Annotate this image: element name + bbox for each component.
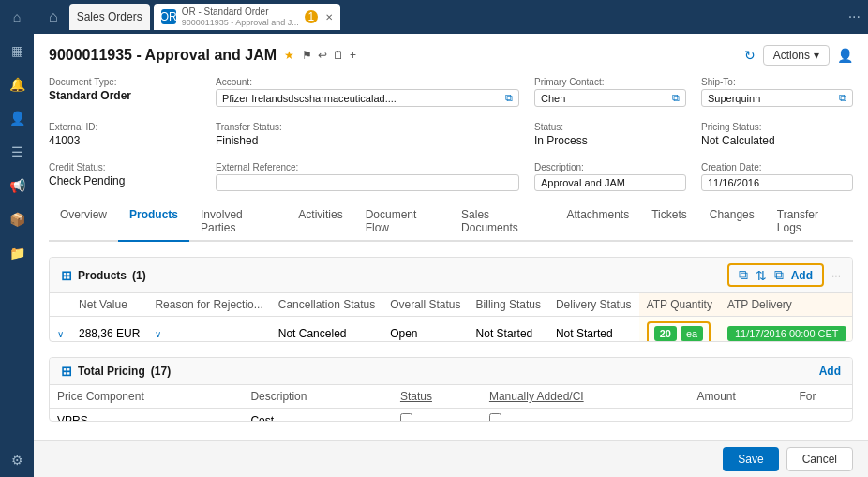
col-description[interactable]: Description <box>243 385 393 409</box>
row-overall: Open <box>382 317 468 343</box>
ship-to-copy-icon[interactable]: ⧉ <box>839 92 846 104</box>
tab-activities[interactable]: Activities <box>287 202 353 242</box>
primary-contact-field: Primary Contact: ⧉ <box>534 77 686 107</box>
col-status[interactable]: Status <box>393 385 482 409</box>
status-checkbox-1[interactable] <box>400 413 412 422</box>
pricing-row-1: VPRS Cost <box>50 409 852 422</box>
document-type-value: Standard Order <box>49 89 201 102</box>
manually-checkbox-1[interactable] <box>489 413 501 422</box>
ship-to-label: Ship-To: <box>701 77 853 87</box>
ship-to-input[interactable] <box>708 93 839 104</box>
sales-orders-tab[interactable]: Sales Orders <box>69 4 150 30</box>
tab-products[interactable]: Products <box>118 202 189 242</box>
col-for[interactable]: For <box>791 385 852 409</box>
sales-orders-tab-label: Sales Orders <box>77 10 142 23</box>
person-icon[interactable]: 👤 <box>837 48 853 63</box>
description-input[interactable] <box>541 177 680 188</box>
external-ref-input[interactable] <box>222 177 513 188</box>
sidebar-box-icon[interactable]: 📦 <box>7 210 26 229</box>
tab-tickets[interactable]: Tickets <box>640 202 698 242</box>
products-title: Products <box>78 269 127 282</box>
pricing-count: (17) <box>151 365 171 378</box>
description-label: Description: <box>534 162 686 172</box>
tab-changes[interactable]: Changes <box>698 202 766 242</box>
external-id-field: External ID: 41003 <box>49 122 201 147</box>
col-overall[interactable]: Overall Status <box>382 293 468 317</box>
refresh-action-icon[interactable]: ⇅ <box>756 268 767 283</box>
sidebar-bell-icon[interactable]: 🔔 <box>7 75 26 94</box>
export-action-icon[interactable]: ⧉ <box>774 267 784 283</box>
products-table: Net Value Reason for Rejectio... Cancell… <box>50 293 852 342</box>
actions-button[interactable]: Actions ▾ <box>763 45 830 66</box>
col-billing[interactable]: Billing Status <box>469 293 548 317</box>
content-area: 9000011935 - Approval and JAM ★ ⚑ ↩ 🗒 + … <box>34 34 868 440</box>
status-field: Status: In Process <box>534 122 686 147</box>
atp-delivery-date: 11/17/2016 00:00 CET <box>727 326 846 341</box>
col-cancellation[interactable]: Cancellation Status <box>271 293 382 317</box>
creation-date-input[interactable] <box>708 177 846 188</box>
sidebar-gear-icon[interactable]: ⚙ <box>7 451 26 470</box>
pricing-table: Price Component Description Status Manua… <box>50 385 852 422</box>
col-amount[interactable]: Amount <box>690 385 792 409</box>
col-manually-added[interactable]: Manually Added/CI <box>482 385 690 409</box>
add-pricing-button[interactable]: Add <box>819 365 841 378</box>
document-type-field: Document Type: Standard Order <box>49 77 201 107</box>
sidebar-megaphone-icon[interactable]: 📢 <box>7 176 26 195</box>
refresh-icon[interactable]: ↻ <box>744 48 756 63</box>
products-section-icon: ⊞ <box>61 268 72 283</box>
standard-order-tab[interactable]: OR OR - Standard Order 9000011935 - Appr… <box>154 4 340 30</box>
row-atp-qty: 20 ea <box>639 317 720 343</box>
sidebar-user-icon[interactable]: 👤 <box>7 109 26 127</box>
account-label: Account: <box>216 77 519 87</box>
tab-transfer-logs[interactable]: Transfer Logs <box>766 202 853 242</box>
form-section-3: Credit Status: Check Pending External Re… <box>49 162 853 191</box>
flag-icon[interactable]: ⚑ <box>302 49 312 62</box>
account-input[interactable] <box>222 93 505 104</box>
copy-action-icon[interactable]: ⧉ <box>739 267 748 283</box>
atp-qty-value: 20 <box>654 326 677 341</box>
sidebar-home-icon[interactable]: ⌂ <box>7 7 26 26</box>
products-overflow-menu[interactable]: ··· <box>831 269 841 282</box>
document-type-label: Document Type: <box>49 77 201 87</box>
star-icon[interactable]: ★ <box>284 49 294 62</box>
add-product-button[interactable]: Add <box>791 269 813 282</box>
pricing-table-wrapper: Price Component Description Status Manua… <box>50 385 852 422</box>
add-icon[interactable]: + <box>350 49 356 62</box>
total-pricing-section: ⊞ Total Pricing (17) Add Price Component… <box>49 357 853 422</box>
save-button[interactable]: Save <box>723 447 778 471</box>
share-icon[interactable]: ↩ <box>318 49 327 62</box>
cancel-button[interactable]: Cancel <box>786 447 853 471</box>
primary-contact-input[interactable] <box>541 93 672 104</box>
tab-or-icon: OR <box>161 9 176 24</box>
note-icon[interactable]: 🗒 <box>333 49 344 62</box>
tab-attachments[interactable]: Attachments <box>555 202 640 242</box>
atp-action-box: ⧉ ⇅ ⧉ Add <box>727 263 824 287</box>
external-id-label: External ID: <box>49 122 201 132</box>
tab-involved-parties[interactable]: Involved Parties <box>189 202 287 242</box>
tab-document-flow[interactable]: Document Flow <box>354 202 450 242</box>
main-area: ⌂ Sales Orders OR OR - Standard Order 90… <box>34 0 868 477</box>
tab-overflow-menu[interactable]: ··· <box>848 8 861 25</box>
col-atp-qty[interactable]: ATP Quantity <box>639 293 720 317</box>
col-price-component[interactable]: Price Component <box>50 385 243 409</box>
tab-sales-documents[interactable]: Sales Documents <box>450 202 555 242</box>
tab-close-button[interactable]: ✕ <box>325 12 333 22</box>
row-net-value: 288,36 EUR <box>71 317 147 343</box>
transfer-status-field: Transfer Status: Finished <box>216 122 519 147</box>
primary-contact-copy-icon[interactable]: ⧉ <box>672 92 680 104</box>
sidebar-folder-icon[interactable]: 📁 <box>7 244 26 262</box>
primary-contact-label: Primary Contact: <box>534 77 686 87</box>
col-reason-rejection[interactable]: Reason for Rejectio... <box>147 293 270 317</box>
row-atp-delivery: 11/17/2016 00:00 CET <box>720 317 852 343</box>
credit-status-value: Check Pending <box>49 174 201 187</box>
col-atp-delivery[interactable]: ATP Delivery <box>720 293 852 317</box>
account-copy-icon[interactable]: ⧉ <box>505 92 513 104</box>
sidebar-list-icon[interactable]: ☰ <box>7 142 26 161</box>
sidebar-dashboard-icon[interactable]: ▦ <box>7 41 26 60</box>
col-net-value[interactable]: Net Value <box>71 293 147 317</box>
row-expand[interactable]: ∨ <box>50 317 71 343</box>
tab-overview[interactable]: Overview <box>49 202 118 242</box>
row-rejection-reason: ∨ <box>147 317 270 343</box>
col-delivery[interactable]: Delivery Status <box>548 293 639 317</box>
home-tab[interactable]: ⌂ <box>41 5 66 29</box>
